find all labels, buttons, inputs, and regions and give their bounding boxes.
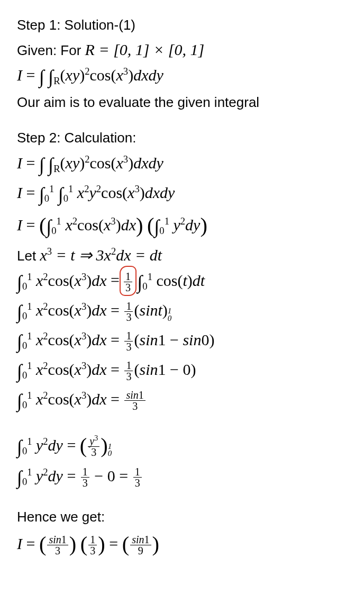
calc-line-4: ∫01 x2cos(x3)dx =13 ∫01 cos(t)dt <box>17 268 347 296</box>
given-line: Given: For R = [0, 1] × [0, 1] <box>17 38 347 61</box>
step-1-block: Step 1: Solution-(1) Given: For R = [0, … <box>17 15 347 113</box>
let-prefix: Let <box>17 248 40 264</box>
calc-line-6: ∫01 x2cos(x3)dx = 13(sin1 − sin0) <box>17 327 347 356</box>
calc-line-2: I = ∫01 ∫01 x2y2cos(x3)dxdy <box>17 180 347 209</box>
circled-fraction: 13 <box>123 268 133 293</box>
calc-line-5: ∫01 x2cos(x3)dx = 13(sint)10 <box>17 298 347 326</box>
let-line: Let x3 = t ⇒ 3x2dx = dt <box>17 243 347 267</box>
y-integral-block: ∫01 y2dy = (y33)10 ∫01 y2dy = 13 − 0 = 1… <box>17 430 347 492</box>
step-1-heading: Step 1: Solution-(1) <box>17 15 347 35</box>
y-line-1: ∫01 y2dy = (y33)10 <box>17 430 347 462</box>
calc-line-3: I = (∫01 x2cos(x3)dx) (∫01 y2dy) <box>17 210 347 242</box>
given-math: R = [0, 1] × [0, 1] <box>85 41 205 58</box>
step-2-heading: Step 2: Calculation: <box>17 128 347 148</box>
hence-block: Hence we get: I = (sin13) (13) = (sin19) <box>17 507 347 561</box>
calc-line-8: ∫01 x2cos(x3)dx = sin13 <box>17 387 347 415</box>
given-prefix: Given: For <box>17 42 85 58</box>
step-2-block: Step 2: Calculation: I = ∫ ∫R(xy)2cos(x3… <box>17 128 347 415</box>
hence-line: I = (sin13) (13) = (sin19) <box>17 528 347 561</box>
hence-heading: Hence we get: <box>17 507 347 527</box>
calc-line-7: ∫01 x2cos(x3)dx = 13(sin1 − 0) <box>17 357 347 385</box>
y-line-2: ∫01 y2dy = 13 − 0 = 13 <box>17 463 347 492</box>
aim-line: Our aim is to evaluate the given integra… <box>17 92 347 113</box>
calc-line-1: I = ∫ ∫R(xy)2cos(x3)dxdy <box>17 150 347 179</box>
let-math: x3 = t ⇒ 3x2dx = dt <box>40 246 162 264</box>
step1-I-line: I = ∫ ∫R(xy)2cos(x3)dxdy <box>17 62 347 91</box>
